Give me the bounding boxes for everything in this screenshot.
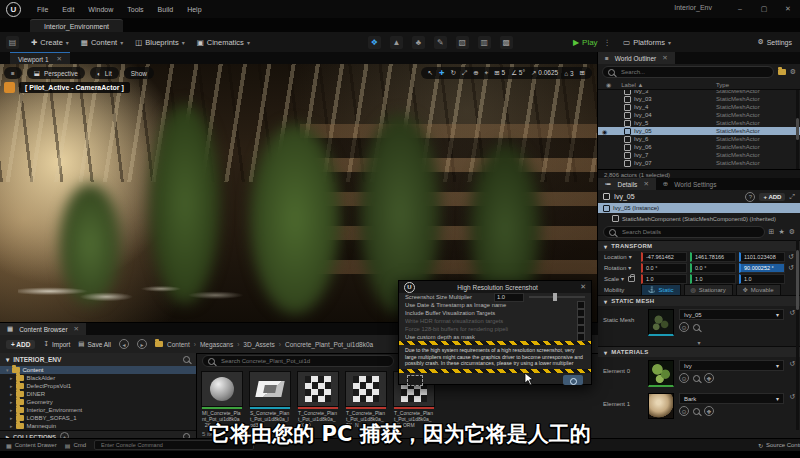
rotation-label[interactable]: Rotation ▾ (604, 264, 638, 271)
play-options-icon[interactable]: ⋮ (604, 38, 612, 47)
outliner-row[interactable]: Ivy_7StaticMeshActor (598, 151, 800, 159)
multiplier-slider[interactable] (529, 296, 585, 298)
browse-to-icon[interactable] (693, 375, 700, 382)
breadcrumb-megascans[interactable]: Megascans (200, 341, 233, 348)
multiplier-value-field[interactable]: 1.0 (494, 293, 524, 302)
outliner-tab[interactable]: ≡ World Outliner ✕ (598, 52, 675, 64)
asset-search[interactable] (202, 355, 394, 367)
rotate-tool-icon[interactable]: ↻ (451, 69, 456, 77)
menu-window[interactable]: Window (88, 6, 113, 13)
material-options-icon[interactable]: ❖ (704, 373, 714, 383)
location-x-field[interactable]: -47.961462 (641, 252, 687, 262)
play-button[interactable]: ▶Play (573, 38, 598, 47)
info-icon[interactable]: ? (745, 192, 755, 202)
close-icon[interactable]: ✕ (643, 180, 648, 188)
tree-item-content[interactable]: ▾Content (0, 366, 196, 374)
static-mesh-section-header[interactable]: ▾STATIC MESH (598, 295, 800, 306)
outliner-row[interactable]: Ivy_4StaticMeshActor (598, 103, 800, 111)
import-button[interactable]: ↧Import (43, 340, 70, 348)
reset-mesh-icon[interactable]: ↺ (789, 309, 795, 317)
materials-section-header[interactable]: ▾MATERIALS (598, 346, 800, 357)
material-options-icon[interactable]: ❖ (704, 406, 714, 416)
outliner-scrollbar[interactable] (796, 90, 799, 169)
outliner-row[interactable]: Ivy_03StaticMeshActor (598, 95, 800, 103)
outliner-row[interactable]: Ivy_5StaticMeshActor (598, 119, 800, 127)
mobility-stationary-button[interactable]: ◎ Stationary (684, 284, 733, 296)
brush-edit-icon[interactable]: ✎ (434, 36, 447, 49)
outliner-row[interactable]: Ivy_04StaticMeshActor (598, 111, 800, 119)
perspective-dropdown[interactable]: ⬓ Perspective (27, 67, 85, 79)
asset-search-input[interactable] (219, 357, 388, 365)
rotation-y-field[interactable]: 0.0 ° (690, 263, 736, 273)
scale-z-field[interactable]: 1.0 (739, 274, 785, 284)
world-space-icon[interactable]: ⊕ (473, 69, 478, 77)
reset-rotation-icon[interactable]: ↺ (788, 264, 794, 272)
details-search[interactable] (603, 226, 765, 238)
location-y-field[interactable]: 1461.78166 (690, 252, 736, 262)
animation-mode-icon[interactable]: ▩ (500, 36, 513, 49)
close-icon[interactable]: ✕ (57, 55, 62, 63)
element0-thumbnail[interactable] (648, 360, 674, 387)
save-all-button[interactable]: ▤Save All (78, 340, 111, 348)
menu-tools[interactable]: Tools (127, 6, 143, 13)
details-scrollbar[interactable] (796, 240, 799, 430)
outliner-settings-icon[interactable]: ⚙ (790, 68, 796, 76)
instance-row[interactable]: Ivy_05 (Instance) (598, 203, 800, 213)
asset-tile[interactable]: T_Concrete_Plant_Pot_ui1d8k0a_2K_N (344, 371, 388, 427)
content-browser-tab[interactable]: ▦ Content Browser ✕ (0, 323, 86, 335)
location-label[interactable]: Location ▾ (604, 253, 638, 260)
blueprints-button[interactable]: ◫ Blueprints▾ (135, 38, 184, 47)
location-z-field[interactable]: 1101.023408 (739, 252, 785, 262)
close-icon[interactable]: ✕ (662, 54, 667, 62)
expand-advanced-icon[interactable]: ▾ (598, 339, 800, 346)
slider-handle[interactable] (553, 293, 557, 301)
lit-dropdown[interactable]: ◐ Lit (90, 67, 119, 79)
mesh-paint-icon[interactable]: ▧ (456, 36, 469, 49)
new-folder-icon[interactable] (778, 69, 786, 75)
eye-icon[interactable]: ◉ (602, 128, 607, 135)
lock-icon[interactable] (628, 276, 635, 282)
outliner-row-selected[interactable]: ◉Ivy_05StaticMeshActor (598, 127, 800, 135)
details-tab[interactable]: ≔ Details ✕ (598, 178, 656, 190)
use-selected-icon[interactable]: ⊙ (679, 406, 689, 416)
level-tab[interactable]: Interior_Environment (30, 19, 123, 33)
pilot-camera-icon[interactable] (4, 82, 15, 93)
tree-item[interactable]: ▸BlackAlder (0, 374, 196, 382)
outliner-row[interactable]: Ivy_6StaticMeshActor (598, 135, 800, 143)
menu-build[interactable]: Build (158, 6, 174, 13)
move-tool-icon[interactable]: ✚ (439, 69, 444, 77)
sources-header[interactable]: ▾ INTERIOR_ENV (0, 353, 196, 366)
type-column-header[interactable]: Type (716, 82, 729, 88)
asset-tile[interactable]: MI_Concrete_Plant_Pot_ui1d8k0a_2K (200, 371, 244, 427)
element1-combo[interactable]: Bark▾ (679, 393, 784, 404)
asset-tile[interactable]: T_Concrete_Plant_Pot_ui1d8k0a_2K_D (296, 371, 340, 427)
element1-thumbnail[interactable] (648, 393, 674, 419)
specify-capture-region-button[interactable] (407, 375, 423, 386)
tree-item[interactable]: ▸Geometry (0, 398, 196, 406)
add-button[interactable]: + ADD (6, 340, 35, 349)
select-mode-icon[interactable]: ❖ (368, 36, 381, 49)
menu-file[interactable]: File (37, 6, 48, 13)
grid-snap-toggle[interactable]: ⊞ 5 (494, 69, 505, 77)
rotation-z-field[interactable]: 90.000252 ° (739, 263, 785, 273)
platforms-button[interactable]: ▭ Platforms▾ (623, 38, 671, 47)
cinematics-button[interactable]: ▣ Cinematics▾ (197, 38, 250, 47)
scale-x-field[interactable]: 1.0 (641, 274, 687, 284)
maximize-viewport-icon[interactable]: ⊞ (580, 69, 585, 77)
browse-to-icon[interactable] (693, 408, 700, 415)
details-search-input[interactable] (620, 228, 759, 236)
create-button[interactable]: ✚ Create▾ (31, 38, 69, 47)
visibility-column-icon[interactable]: ◉ (606, 81, 611, 88)
capture-screenshot-button[interactable] (563, 375, 583, 385)
show-dropdown[interactable]: Show (124, 67, 154, 79)
checkbox[interactable] (577, 309, 585, 317)
scale-label[interactable]: Scale ▾ (604, 275, 638, 282)
mobility-movable-button[interactable]: ✥ Movable (736, 284, 781, 296)
breadcrumb-content[interactable]: Content (167, 341, 190, 348)
reset-material-icon[interactable]: ↺ (789, 360, 795, 368)
close-icon[interactable]: ✕ (580, 283, 586, 291)
world-settings-tab[interactable]: ⊕ World Settings (656, 178, 724, 190)
rotation-x-field[interactable]: 0.0 ° (641, 263, 687, 273)
dialog-title-bar[interactable]: U High Resolution Screenshot ✕ (399, 281, 591, 293)
asset-tile[interactable]: S_Concrete_Plant_Pot_ui1d8k0a_lod3 (248, 371, 292, 427)
